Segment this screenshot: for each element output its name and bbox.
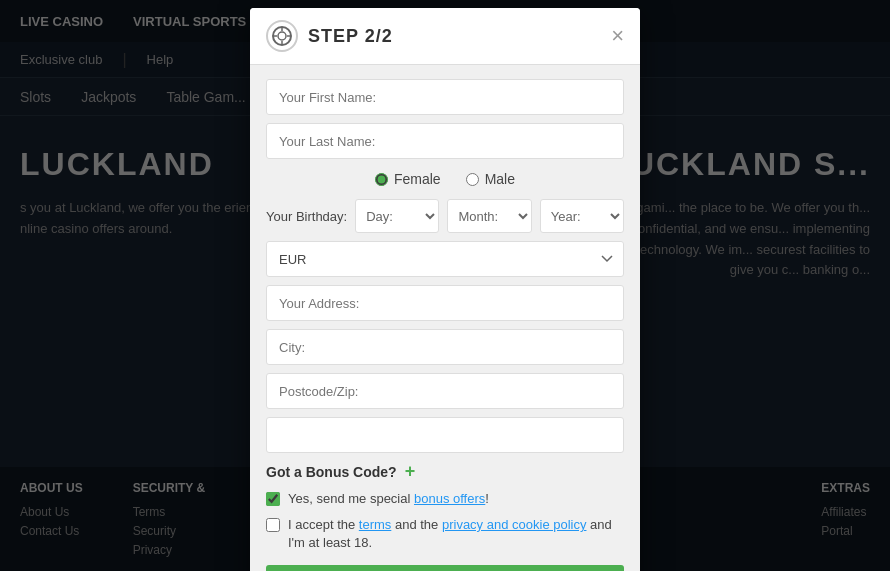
last-name-input[interactable] — [266, 123, 624, 159]
terms-link[interactable]: terms — [359, 517, 392, 532]
terms-row: I accept the terms and the privacy and c… — [266, 516, 624, 552]
registration-modal: STEP 2/2 × Female Male Your Birthday: Da… — [250, 8, 640, 571]
postcode-input[interactable] — [266, 373, 624, 409]
terms-label: I accept the terms and the privacy and c… — [288, 516, 624, 552]
gender-female-label: Female — [394, 171, 441, 187]
special-offers-label: Yes, send me special bonus offers! — [288, 490, 489, 508]
birthday-year-select[interactable]: Year: — [540, 199, 624, 233]
extra-input[interactable] — [266, 417, 624, 453]
modal-logo — [266, 20, 298, 52]
birthday-day-select[interactable]: Day: — [355, 199, 439, 233]
bonus-plus-icon: + — [405, 461, 416, 482]
special-offers-checkbox[interactable] — [266, 492, 280, 506]
modal-title: STEP 2/2 — [308, 26, 393, 47]
first-name-input[interactable] — [266, 79, 624, 115]
address-input[interactable] — [266, 285, 624, 321]
birthday-row: Your Birthday: Day: Month: Year: — [266, 199, 624, 233]
open-account-button[interactable]: OPEN ACCOUNT — [266, 565, 624, 571]
terms-checkbox[interactable] — [266, 518, 280, 532]
gender-male-radio[interactable] — [466, 173, 479, 186]
bonus-offers-link[interactable]: bonus offers — [414, 491, 485, 506]
modal-body: Female Male Your Birthday: Day: Month: Y… — [250, 65, 640, 571]
svg-point-1 — [278, 32, 286, 40]
modal-header-left: STEP 2/2 — [266, 20, 393, 52]
city-input[interactable] — [266, 329, 624, 365]
modal-header: STEP 2/2 × — [250, 8, 640, 65]
currency-select[interactable]: EUR USD GBP — [266, 241, 624, 277]
privacy-policy-link[interactable]: privacy and cookie policy — [442, 517, 587, 532]
birthday-label: Your Birthday: — [266, 209, 347, 224]
gender-female-option[interactable]: Female — [375, 171, 441, 187]
bonus-code-link[interactable]: Got a Bonus Code? — [266, 464, 397, 480]
bonus-code-row: Got a Bonus Code? + — [266, 461, 624, 482]
birthday-month-select[interactable]: Month: — [447, 199, 531, 233]
gender-group: Female Male — [266, 167, 624, 191]
gender-male-label: Male — [485, 171, 515, 187]
gender-male-option[interactable]: Male — [466, 171, 515, 187]
close-button[interactable]: × — [611, 25, 624, 47]
gender-female-radio[interactable] — [375, 173, 388, 186]
special-offers-row: Yes, send me special bonus offers! — [266, 490, 624, 508]
